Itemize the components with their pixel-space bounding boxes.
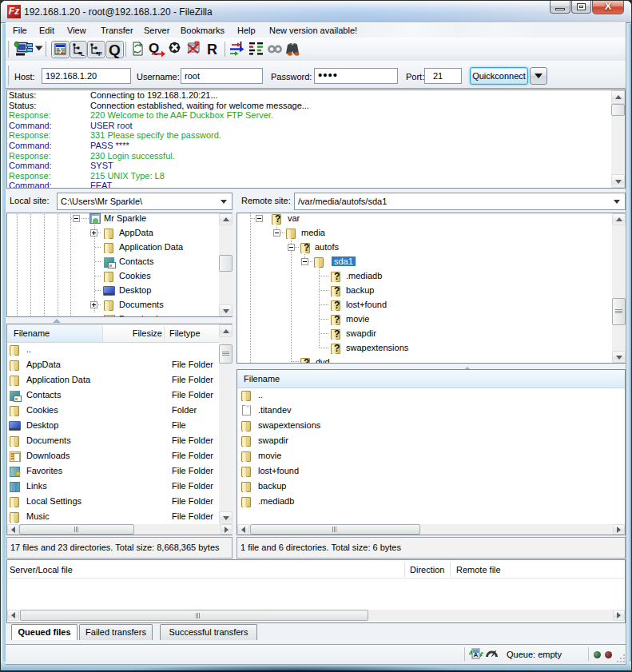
svg-text:R: R [207, 42, 217, 58]
svg-text:Q: Q [109, 42, 121, 58]
svg-text:A: A [474, 651, 479, 658]
svg-text:L: L [81, 50, 85, 58]
svg-text:F: F [98, 50, 102, 58]
